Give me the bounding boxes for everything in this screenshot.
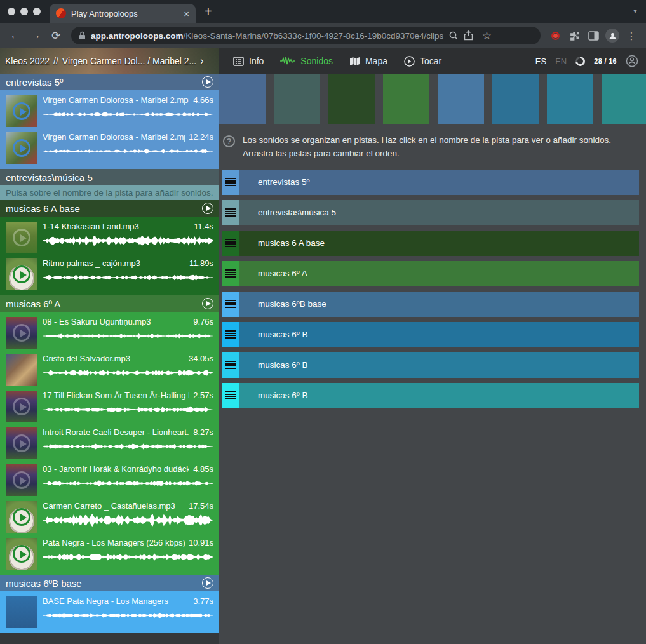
section-play-icon[interactable] — [202, 76, 213, 88]
tab-close-icon[interactable]: × — [184, 8, 189, 19]
clip-row[interactable]: 08 - Es Sakūru Uguntiņu.mp39.76s — [0, 314, 219, 351]
address-bar[interactable]: app.antropoloops.com/Kleos-Santa-Marina/… — [71, 27, 541, 44]
window-controls[interactable] — [8, 8, 41, 15]
nav-info[interactable]: Info — [233, 56, 264, 66]
track-section-header[interactable]: entrevistas 5º — [0, 74, 219, 90]
clip-row[interactable]: Carmen Carreto _ Castañuelas.mp317.54s — [0, 498, 219, 535]
clip-thumbnail[interactable] — [6, 317, 37, 349]
track-section-name[interactable]: musicas 6ºB base — [6, 578, 82, 589]
clip-thumbnail[interactable] — [6, 596, 37, 628]
clip-thumbnail[interactable] — [6, 258, 37, 290]
section-play-icon[interactable] — [202, 577, 213, 589]
track-row[interactable]: musicas 6º B — [222, 352, 639, 378]
clip-row[interactable]: BASE Pata Negra - Los Managers3.77s — [0, 593, 219, 630]
track-bar[interactable]: musicas 6º B — [239, 383, 639, 408]
window-close-button[interactable] — [8, 8, 15, 15]
drag-handle[interactable] — [222, 292, 239, 317]
track-swatch[interactable] — [438, 74, 484, 124]
track-label[interactable]: musicas 6º B — [258, 391, 307, 400]
nav-mapa[interactable]: Mapa — [349, 56, 387, 66]
reload-button[interactable]: ⟳ — [47, 29, 65, 43]
extensions-puzzle-icon[interactable] — [566, 30, 582, 41]
track-swatch[interactable] — [219, 74, 266, 124]
clip-row[interactable]: 03 - Jaromír Horák & Konrádyho dudácká .… — [0, 461, 219, 498]
clip-thumbnail[interactable] — [6, 354, 37, 386]
track-section-header[interactable]: musicas 6ºB base — [0, 575, 219, 591]
track-bar[interactable]: musicas 6ºB base — [239, 292, 639, 317]
track-label[interactable]: entrevistas 5º — [258, 177, 309, 187]
clip-thumbnail[interactable] — [6, 501, 37, 533]
browser-menu-dots-icon[interactable]: ⋮ — [623, 30, 640, 42]
track-section-name[interactable]: musicas 6 A base — [6, 203, 80, 214]
nav-sonidos[interactable]: Sonidos — [280, 56, 333, 66]
track-section-header[interactable]: musicas 6 A base — [0, 200, 219, 217]
clip-play-icon[interactable] — [13, 102, 30, 120]
track-bar[interactable]: musicas 6º B — [239, 352, 639, 378]
record-indicator-icon[interactable] — [547, 32, 563, 40]
profile-avatar-icon[interactable] — [604, 29, 621, 43]
side-panel-icon[interactable] — [585, 31, 602, 41]
track-swatch[interactable] — [547, 74, 593, 124]
track-row[interactable]: entrevistas 5º — [222, 170, 639, 195]
track-row[interactable]: musicas 6º B — [222, 322, 639, 347]
clip-row[interactable]: Cristo del Salvador.mp334.05s — [0, 351, 219, 387]
share-icon[interactable] — [464, 30, 473, 41]
track-bar[interactable]: musicas 6º B — [239, 322, 639, 347]
track-row[interactable]: musicas 6 A base — [222, 231, 639, 256]
clip-play-icon[interactable] — [13, 324, 30, 342]
section-play-icon[interactable] — [202, 203, 213, 214]
track-section-header[interactable]: musicas 6º A — [0, 295, 219, 312]
clip-row[interactable]: 17 Till Flickan Som Är Tusen År-Halling … — [0, 387, 219, 424]
clip-row[interactable]: Virgen Carmen Dolorosa - Maribel 2.mp34.… — [0, 92, 219, 129]
section-play-icon[interactable] — [202, 298, 213, 309]
track-row[interactable]: musicas 6º B — [222, 383, 639, 408]
language-en-button[interactable]: EN — [555, 57, 567, 66]
clip-thumbnail[interactable] — [6, 391, 37, 422]
clip-row[interactable]: Virgen Carmen Dolorosa - Maribel 2.mp312… — [0, 129, 219, 166]
track-swatch[interactable] — [383, 74, 429, 124]
account-icon[interactable] — [626, 55, 638, 67]
drag-handle[interactable] — [222, 170, 239, 195]
clip-thumbnail[interactable] — [6, 464, 37, 496]
clip-thumbnail[interactable] — [6, 95, 37, 127]
track-section-name[interactable]: entrevistas\música 5 — [6, 172, 93, 183]
clip-row[interactable]: 1-14 Khakasian Land.mp311.4s — [0, 218, 219, 255]
clip-play-icon[interactable] — [13, 398, 30, 415]
clip-row[interactable]: Introit Rorate Caeli Desuper - Lionheart… — [0, 424, 219, 461]
breadcrumb[interactable]: Kleos 2022 // Virgen Carmen Dol... / Mar… — [0, 48, 219, 74]
drag-handle[interactable] — [222, 231, 239, 256]
breadcrumb-project[interactable]: Kleos 2022 — [5, 56, 50, 66]
clip-thumbnail[interactable] — [6, 132, 37, 164]
clip-play-icon[interactable] — [13, 229, 30, 246]
clip-thumbnail[interactable] — [6, 538, 37, 570]
clip-play-icon[interactable] — [13, 434, 30, 452]
track-section-name[interactable]: entrevistas 5º — [6, 77, 64, 88]
clip-play-icon[interactable] — [13, 545, 30, 563]
nav-tocar[interactable]: Tocar — [404, 56, 441, 67]
drag-handle[interactable] — [222, 383, 239, 408]
track-label[interactable]: musicas 6 A base — [258, 238, 325, 248]
drag-handle[interactable] — [222, 200, 239, 225]
clip-play-icon[interactable] — [13, 471, 30, 489]
window-minimize-button[interactable] — [20, 8, 28, 15]
track-section-name[interactable]: musicas 6º A — [6, 299, 60, 309]
clip-row[interactable]: Pata Negra - Los Managers (256 kbps).mp3… — [0, 535, 219, 572]
drag-handle[interactable] — [222, 322, 239, 347]
breadcrumb-path[interactable]: Virgen Carmen Dol... / Maribel 2... — [62, 56, 196, 66]
new-tab-button[interactable]: + — [205, 4, 212, 19]
zoom-magnifier-icon[interactable] — [448, 30, 459, 41]
clip-play-icon[interactable] — [13, 508, 30, 526]
track-bar[interactable]: musicas 6 A base — [239, 231, 639, 256]
browser-tab[interactable]: Play Antropoloops × — [50, 4, 196, 23]
tab-search-chevron-icon[interactable]: ▾ — [633, 6, 637, 15]
clip-row[interactable]: Ritmo palmas _ cajón.mp311.89s — [0, 255, 219, 292]
drag-handle[interactable] — [222, 352, 239, 378]
track-label[interactable]: musicas 6ºB base — [258, 299, 326, 309]
clip-thumbnail[interactable] — [6, 427, 37, 459]
track-bar[interactable]: musicas 6º A — [239, 261, 639, 286]
clip-thumbnail[interactable] — [6, 222, 37, 253]
track-bar[interactable]: entrevistas 5º — [239, 170, 639, 195]
clip-play-icon[interactable] — [13, 139, 30, 157]
track-swatch[interactable] — [602, 74, 646, 124]
track-bar[interactable]: entrevistas\música 5 — [239, 200, 639, 225]
